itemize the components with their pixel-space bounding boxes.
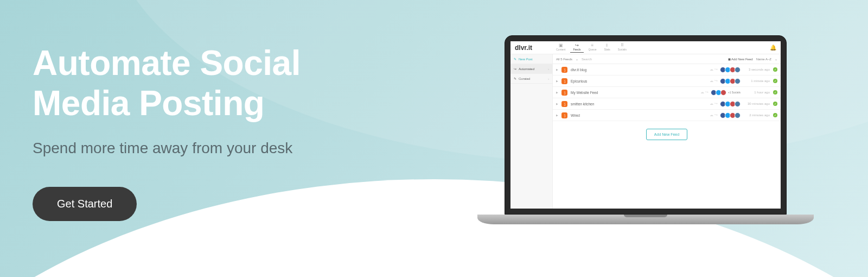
wand-icon: ✎	[514, 77, 516, 80]
feeds-icon: ↪	[575, 43, 579, 48]
filter-label: All 5 Feeds	[556, 58, 572, 61]
feed-row[interactable]: ▶ ⟆ My Website Feed ☁ ↪ +1 Socials 1 hou…	[553, 87, 781, 98]
sidebar: ✎ New Post ↪ Automated › ✎ Curated ›	[510, 54, 553, 209]
hero-title: Automate Social Media Posting	[33, 43, 301, 123]
status-ok-icon: ✓	[773, 67, 777, 72]
sidebar-new-post[interactable]: ✎ New Post	[510, 54, 552, 64]
feed-row[interactable]: ▶ ⟆ Wired ☁ ↪ 2 minutes ago ✓	[553, 110, 781, 121]
sidebar-label: New Post	[519, 58, 533, 61]
feeds-filter-dropdown[interactable]: All 5 Feeds ⌄	[556, 57, 578, 61]
expand-icon[interactable]: ▶	[556, 91, 558, 94]
sidebar-label: Automated	[519, 67, 534, 71]
feed-time: 30 minutes ago	[744, 102, 770, 105]
row-actions[interactable]: ☁ ↪	[710, 67, 718, 72]
social-avatars	[721, 78, 741, 84]
status-ok-icon: ✓	[773, 113, 777, 117]
add-new-feed-button[interactable]: Add New Feed	[646, 129, 687, 140]
feed-time: 1 minute ago	[744, 79, 770, 83]
row-actions[interactable]: ☁ ↪	[710, 79, 718, 83]
add-new-feed-link[interactable]: ◼ Add New Feed	[728, 57, 753, 61]
hero-title-line2: Media Posting	[33, 84, 264, 123]
chevron-down-icon: ⌄	[775, 57, 777, 61]
share-icon: ↪	[514, 67, 516, 71]
feed-time: 3 seconds ago	[744, 68, 770, 71]
socials-icon: ⠿	[621, 43, 624, 48]
sort-dropdown[interactable]: Name A–Z ⌄	[756, 57, 777, 61]
row-actions[interactable]: ☁ ↪	[710, 102, 718, 106]
nav-queue[interactable]: ≡ Queue	[585, 42, 599, 53]
plus-icon: ◼	[728, 58, 731, 61]
nav-stats[interactable]: ⫴ Stats	[601, 42, 613, 53]
feed-row[interactable]: ▶ ⟆ Epicurious ☁ ↪ 1 minute ago ✓	[553, 75, 781, 87]
expand-icon[interactable]: ▶	[556, 79, 558, 83]
chevron-right-icon: ›	[548, 77, 549, 80]
content-icon: ▣	[559, 43, 563, 48]
rss-icon: ⟆	[561, 101, 567, 107]
sort-label: Name A–Z	[756, 58, 771, 61]
app-topbar: dlvr.it ▣ Content ↪ Feeds ≡ Queue	[510, 41, 781, 54]
get-started-button[interactable]: Get Started	[33, 187, 137, 221]
row-actions[interactable]: ☁ ↪	[700, 90, 709, 95]
nav-content[interactable]: ▣ Content	[553, 42, 569, 53]
feed-name: Wired	[571, 114, 614, 117]
feed-time: 2 minutes ago	[744, 114, 770, 117]
nav-label: Socials	[618, 48, 627, 51]
social-avatars	[721, 101, 741, 107]
notifications-icon[interactable]: 🔔	[770, 45, 776, 51]
nav-label: Queue	[588, 48, 596, 51]
expand-icon[interactable]: ▶	[556, 68, 558, 71]
status-ok-icon: ✓	[773, 79, 777, 83]
pencil-icon: ✎	[514, 57, 516, 61]
sidebar-label: Curated	[519, 77, 530, 80]
extra-socials: +1 Socials	[728, 91, 741, 94]
feed-list: ▶ ⟆ dlvr.it blog ☁ ↪ 3 seconds ago ✓ ▶ ⟆	[553, 64, 781, 121]
primary-nav: ▣ Content ↪ Feeds ≡ Queue ⫴ Stats	[553, 42, 770, 53]
nav-socials[interactable]: ⠿ Socials	[615, 42, 630, 53]
main-panel: All 5 Feeds ⌄ Search ◼ Add New Feed Name…	[553, 54, 781, 209]
social-avatars	[721, 67, 741, 73]
sidebar-item-curated[interactable]: ✎ Curated ›	[510, 74, 552, 84]
nav-label: Content	[556, 48, 566, 51]
hero-content: Automate Social Media Posting Spend more…	[33, 43, 301, 221]
feed-name: smitten kitchen	[571, 102, 614, 106]
chevron-down-icon: ⌄	[576, 57, 578, 61]
rss-icon: ⟆	[561, 67, 567, 73]
status-ok-icon: ✓	[773, 102, 777, 106]
hero-title-line1: Automate Social	[33, 43, 301, 83]
search-input[interactable]: Search	[582, 58, 725, 61]
rss-icon: ⟆	[561, 78, 567, 84]
laptop-mockup: dlvr.it ▣ Content ↪ Feeds ≡ Queue	[505, 35, 814, 224]
expand-icon[interactable]: ▶	[556, 114, 558, 117]
social-avatars	[721, 112, 741, 118]
nav-label: Stats	[604, 48, 610, 51]
add-feed-label: Add New Feed	[731, 58, 753, 61]
laptop-base	[477, 215, 814, 224]
feed-time: 1 hour ago	[744, 91, 770, 94]
feed-row[interactable]: ▶ ⟆ smitten kitchen ☁ ↪ 30 minutes ago ✓	[553, 98, 781, 110]
feed-name: dlvr.it blog	[571, 68, 614, 72]
rss-icon: ⟆	[561, 90, 567, 96]
queue-icon: ≡	[591, 43, 594, 48]
feeds-toolbar: All 5 Feeds ⌄ Search ◼ Add New Feed Name…	[553, 54, 781, 64]
sidebar-item-automated[interactable]: ↪ Automated ›	[510, 64, 552, 74]
app-screenshot: dlvr.it ▣ Content ↪ Feeds ≡ Queue	[510, 41, 781, 209]
feed-name: My Website Feed	[571, 91, 614, 95]
chevron-right-icon: ›	[548, 67, 549, 71]
rss-icon: ⟆	[561, 112, 567, 118]
social-avatars: +1 Socials	[712, 90, 741, 96]
hero-subtitle: Spend more time away from your desk	[33, 140, 301, 157]
row-actions[interactable]: ☁ ↪	[710, 113, 718, 117]
nav-label: Feeds	[573, 48, 581, 51]
laptop-bezel: dlvr.it ▣ Content ↪ Feeds ≡ Queue	[505, 35, 787, 215]
status-ok-icon: ✓	[773, 90, 777, 95]
app-logo[interactable]: dlvr.it	[515, 44, 553, 52]
stats-icon: ⫴	[606, 43, 608, 48]
nav-feeds[interactable]: ↪ Feeds	[570, 42, 584, 53]
feed-row[interactable]: ▶ ⟆ dlvr.it blog ☁ ↪ 3 seconds ago ✓	[553, 64, 781, 75]
feed-name: Epicurious	[571, 79, 614, 83]
expand-icon[interactable]: ▶	[556, 102, 558, 105]
